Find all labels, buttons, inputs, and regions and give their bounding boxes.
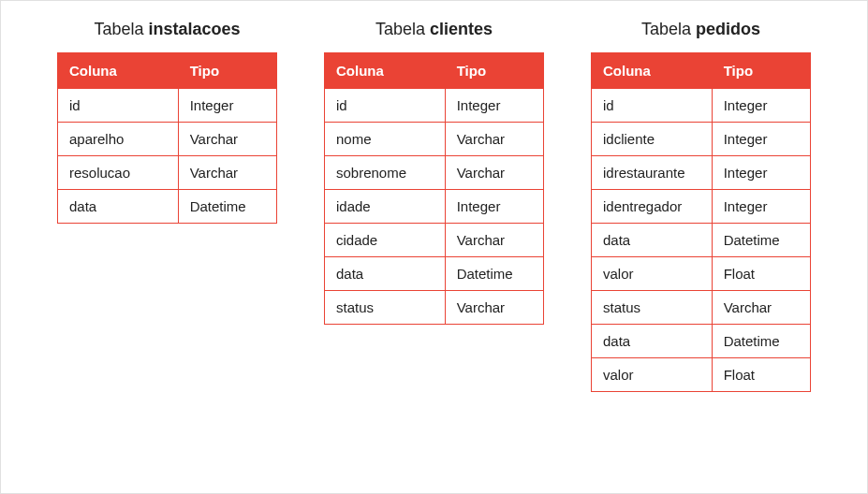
cell-col: identregador (592, 190, 713, 224)
title-prefix: Tabela (641, 20, 696, 38)
cell-col: data (58, 190, 179, 224)
title-prefix: Tabela (94, 20, 148, 38)
cell-type: Varchar (178, 156, 276, 190)
cell-col: valor (592, 358, 713, 392)
cell-type: Varchar (712, 291, 810, 325)
schema-table-instalacoes: Coluna Tipo idInteger aparelhoVarchar re… (57, 52, 277, 224)
cell-type: Integer (712, 123, 810, 156)
header-tipo: Tipo (178, 53, 276, 89)
header-coluna: Coluna (592, 53, 713, 89)
cell-type: Integer (445, 190, 543, 224)
tables-container: Tabela instalacoes Coluna Tipo idInteger… (57, 20, 811, 392)
cell-col: data (592, 224, 713, 257)
table-row: dataDatetime (592, 325, 811, 358)
table-row: valorFloat (592, 358, 811, 392)
cell-type: Float (712, 358, 810, 392)
cell-type: Integer (178, 89, 276, 123)
table-row: dataDatetime (325, 257, 544, 291)
cell-col: id (592, 89, 713, 123)
cell-col: data (592, 325, 713, 358)
cell-type: Varchar (178, 123, 276, 156)
table-row: dataDatetime (592, 224, 811, 257)
cell-col: resolucao (58, 156, 179, 190)
cell-col: aparelho (58, 123, 179, 156)
table-header-row: Coluna Tipo (58, 53, 277, 89)
cell-type: Datetime (445, 257, 543, 291)
cell-type: Integer (445, 89, 543, 123)
cell-col: id (58, 89, 179, 123)
cell-type: Integer (712, 190, 810, 224)
table-title: Tabela instalacoes (94, 20, 240, 39)
cell-col: sobrenome (325, 156, 446, 190)
cell-type: Datetime (712, 325, 810, 358)
cell-col: idade (325, 190, 446, 224)
table-row: aparelhoVarchar (58, 123, 277, 156)
table-row: idrestauranteInteger (592, 156, 811, 190)
header-coluna: Coluna (58, 53, 179, 89)
table-header-row: Coluna Tipo (325, 53, 544, 89)
table-row: resolucaoVarchar (58, 156, 277, 190)
table-name: pedidos (696, 20, 760, 38)
cell-col: status (325, 291, 446, 325)
cell-type: Integer (712, 89, 810, 123)
table-name: clientes (430, 20, 493, 38)
cell-type: Varchar (445, 156, 543, 190)
cell-type: Varchar (445, 224, 543, 257)
table-header-row: Coluna Tipo (592, 53, 811, 89)
table-row: dataDatetime (58, 190, 277, 224)
cell-type: Varchar (445, 123, 543, 156)
cell-col: cidade (325, 224, 446, 257)
table-row: sobrenomeVarchar (325, 156, 544, 190)
table-row: idInteger (592, 89, 811, 123)
table-row: identregadorInteger (592, 190, 811, 224)
cell-type: Datetime (712, 224, 810, 257)
schema-table-pedidos: Coluna Tipo idInteger idclienteInteger i… (591, 52, 811, 392)
table-row: idInteger (325, 89, 544, 123)
table-row: idInteger (58, 89, 277, 123)
cell-col: idcliente (592, 123, 713, 156)
table-name: instalacoes (148, 20, 240, 38)
cell-type: Varchar (445, 291, 543, 325)
cell-type: Integer (712, 156, 810, 190)
cell-col: status (592, 291, 713, 325)
table-block-pedidos: Tabela pedidos Coluna Tipo idInteger idc… (591, 20, 811, 392)
header-tipo: Tipo (445, 53, 543, 89)
table-title: Tabela clientes (375, 20, 493, 39)
header-tipo: Tipo (712, 53, 810, 89)
table-row: idclienteInteger (592, 123, 811, 156)
cell-col: idrestaurante (592, 156, 713, 190)
schema-table-clientes: Coluna Tipo idInteger nomeVarchar sobren… (324, 52, 544, 325)
table-title: Tabela pedidos (641, 20, 760, 39)
cell-col: data (325, 257, 446, 291)
cell-type: Datetime (178, 190, 276, 224)
table-block-instalacoes: Tabela instalacoes Coluna Tipo idInteger… (57, 20, 277, 224)
table-row: idadeInteger (325, 190, 544, 224)
table-row: nomeVarchar (325, 123, 544, 156)
header-coluna: Coluna (325, 53, 446, 89)
title-prefix: Tabela (375, 20, 430, 38)
table-row: valorFloat (592, 257, 811, 291)
cell-type: Float (712, 257, 810, 291)
table-block-clientes: Tabela clientes Coluna Tipo idInteger no… (324, 20, 544, 325)
table-row: cidadeVarchar (325, 224, 544, 257)
cell-col: nome (325, 123, 446, 156)
cell-col: valor (592, 257, 713, 291)
table-row: statusVarchar (592, 291, 811, 325)
cell-col: id (325, 89, 446, 123)
table-row: statusVarchar (325, 291, 544, 325)
